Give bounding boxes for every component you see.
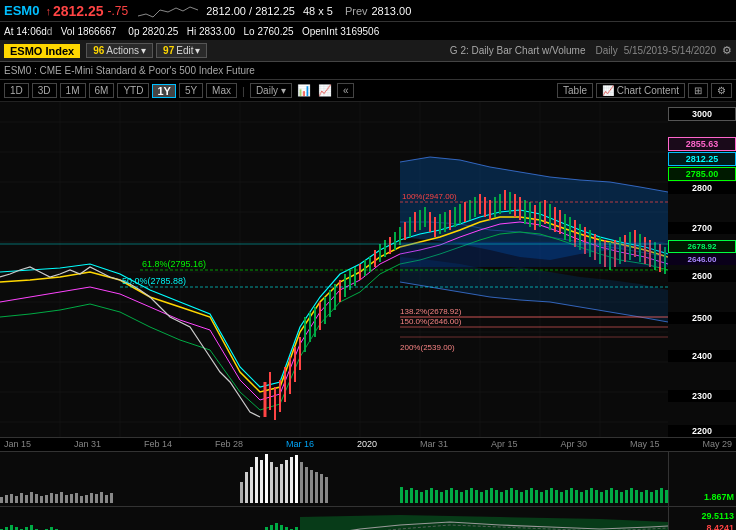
xaxis-may15: May 15: [630, 439, 660, 450]
svg-rect-193: [580, 492, 583, 503]
svg-rect-197: [600, 492, 603, 503]
xaxis-feb14: Feb 14: [144, 439, 172, 450]
svg-rect-184: [535, 490, 538, 503]
time-info: At 14:06dd Vol 1866667: [4, 26, 116, 37]
xaxis-jan31: Jan 31: [74, 439, 101, 450]
chart-interval: Daily: [595, 45, 617, 56]
expand-button[interactable]: ⊞: [688, 83, 708, 98]
svg-rect-154: [315, 472, 318, 503]
svg-rect-156: [325, 477, 328, 503]
volume-area: 1.867M: [0, 451, 736, 506]
period-max[interactable]: Max: [206, 83, 237, 98]
svg-rect-117: [5, 495, 8, 503]
actions-count: 96: [93, 45, 104, 56]
svg-rect-185: [540, 492, 543, 503]
svg-rect-127: [55, 494, 58, 503]
edit-button[interactable]: 97 Edit ▾: [156, 43, 207, 58]
svg-rect-137: [105, 495, 108, 503]
svg-rect-140: [245, 472, 248, 503]
svg-text:150.0%(2646.00): 150.0%(2646.00): [400, 317, 462, 326]
period-6m[interactable]: 6M: [89, 83, 115, 98]
price-chart-svg: 61.8%(2795.16) 50.0%(2785.88) 100%(2947.…: [0, 102, 668, 437]
xaxis-mar16: Mar 16: [286, 439, 314, 450]
chart-dates: 5/15/2019-5/14/2020: [624, 45, 716, 56]
collapse-left-button[interactable]: «: [337, 83, 355, 98]
svg-rect-207: [650, 492, 653, 503]
svg-rect-199: [610, 488, 613, 503]
period-3d[interactable]: 3D: [32, 83, 57, 98]
xaxis-may29: May 29: [702, 439, 732, 450]
price-2855: 2855.63: [668, 137, 736, 151]
svg-rect-135: [95, 494, 98, 503]
ohlv-info: 0p 2820.25 Hi 2833.00 Lo 2760.25 OpenInt…: [128, 26, 379, 37]
svg-text:200%(2539.00): 200%(2539.00): [400, 343, 455, 352]
price-up-icon: ↑: [45, 5, 51, 17]
price-2600: 2600: [668, 270, 736, 282]
xaxis-2020: 2020: [357, 439, 377, 450]
price-2400: 2400: [668, 350, 736, 362]
svg-rect-173: [480, 492, 483, 503]
svg-rect-123: [35, 494, 38, 503]
svg-rect-203: [630, 488, 633, 503]
svg-rect-174: [485, 490, 488, 503]
svg-rect-233: [270, 525, 273, 530]
svg-rect-177: [500, 492, 503, 503]
edit-arrow-icon: ▾: [195, 45, 200, 56]
svg-rect-119: [15, 496, 18, 503]
xaxis: Jan 15 Jan 31 Feb 14 Feb 28 Mar 16 2020 …: [0, 437, 736, 451]
svg-rect-162: [425, 490, 428, 503]
xaxis-apr15: Apr 15: [491, 439, 518, 450]
indicator-svg: [0, 507, 668, 530]
svg-rect-134: [90, 493, 93, 503]
prev-value: 2813.00: [372, 5, 412, 17]
svg-rect-116: [0, 497, 3, 503]
svg-rect-198: [605, 490, 608, 503]
size-info: 48 x 5: [303, 5, 333, 17]
svg-rect-111: [400, 242, 668, 267]
svg-rect-195: [590, 488, 593, 503]
index-badge: ESMO Index: [4, 44, 80, 58]
table-button[interactable]: Table: [557, 83, 593, 98]
svg-rect-202: [625, 490, 628, 503]
interval-daily[interactable]: Daily ▾: [250, 83, 292, 98]
main-price: 2812.25: [53, 3, 104, 19]
svg-rect-138: [110, 493, 113, 503]
svg-rect-148: [285, 460, 288, 503]
svg-rect-152: [305, 467, 308, 503]
svg-rect-188: [555, 490, 558, 503]
period-1y[interactable]: 1Y: [152, 84, 175, 98]
price-2800: 2800: [668, 182, 736, 194]
svg-rect-132: [80, 496, 83, 503]
svg-rect-208: [655, 490, 658, 503]
controls-bar: 1D 3D 1M 6M YTD 1Y 5Y Max | Daily ▾ 📊 📈 …: [0, 80, 736, 102]
actions-button[interactable]: 96 Actions ▾: [86, 43, 153, 58]
xaxis-jan15: Jan 15: [4, 439, 31, 450]
svg-text:50.0%(2785.88): 50.0%(2785.88): [122, 276, 186, 286]
period-1m[interactable]: 1M: [60, 83, 86, 98]
bid-ask: 2812.00 / 2812.25: [206, 5, 295, 17]
svg-rect-126: [50, 493, 53, 503]
svg-rect-150: [295, 455, 298, 503]
controls-right: Table 📈 Chart Content ⊞ ⚙: [557, 83, 732, 98]
svg-rect-214: [10, 525, 13, 530]
svg-rect-175: [490, 488, 493, 503]
svg-rect-209: [660, 488, 663, 503]
settings-button[interactable]: ⚙: [722, 44, 732, 57]
svg-rect-182: [525, 490, 528, 503]
settings2-button[interactable]: ⚙: [711, 83, 732, 98]
svg-rect-187: [550, 488, 553, 503]
svg-rect-125: [45, 495, 48, 503]
svg-rect-200: [615, 490, 618, 503]
chart-content-button[interactable]: 📈 Chart Content: [596, 83, 685, 98]
symbol: ESM0: [4, 3, 39, 18]
volume-value: 1.867M: [704, 492, 734, 502]
period-5y[interactable]: 5Y: [179, 83, 203, 98]
price-3000: 3000: [668, 107, 736, 121]
svg-rect-176: [495, 490, 498, 503]
period-ytd[interactable]: YTD: [117, 83, 149, 98]
svg-rect-133: [85, 495, 88, 503]
svg-rect-164: [435, 490, 438, 503]
svg-rect-146: [275, 467, 278, 503]
svg-rect-118: [10, 494, 13, 503]
period-1d[interactable]: 1D: [4, 83, 29, 98]
